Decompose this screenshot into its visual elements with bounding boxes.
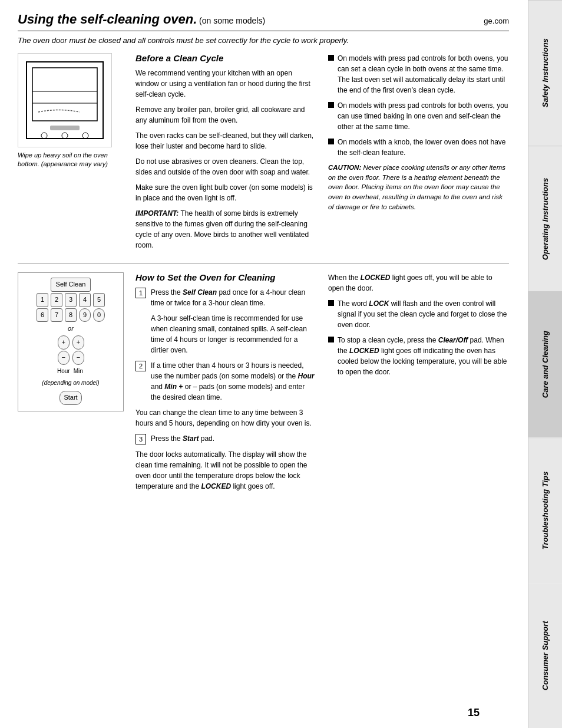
depending-on-model-label: (depending on model) [23, 378, 118, 388]
keypad-plusminus-row: + − Hour + − Min [23, 335, 118, 377]
bullet-item-2: On models with press pad controls for bo… [328, 100, 509, 132]
page-title: Using the self-cleaning oven. (on some m… [18, 12, 265, 27]
step2-pre: If a time other than 4 hours or 3 hours … [151, 361, 304, 380]
how-bullet-1-text: The word LOCK will flash and the oven co… [338, 298, 509, 330]
minus-min-key: − [72, 351, 84, 365]
title-sub: (on some models) [199, 16, 265, 25]
door-locked: LOCKED [201, 482, 231, 490]
step-3-text: Press the Start pad. [151, 433, 214, 444]
how-to-left: How to Set the Oven for Cleaning 1 Press… [135, 272, 316, 496]
oven-image [18, 53, 112, 147]
key-5: 5 [93, 293, 105, 307]
door-locks-para: The door locks automatically. The displa… [135, 449, 316, 492]
hb2-pre: To stop a clean cycle, press the [338, 336, 438, 344]
main-content: Using the self-cleaning oven. (on some m… [0, 0, 527, 728]
caution-block: CAUTION: Never place cooking utensils or… [328, 163, 509, 212]
plus-hour-key: + [58, 335, 70, 350]
step-3: 3 Press the Start pad. [135, 433, 316, 444]
left-col-top: Wipe up heavy soil on the oven bottom. (… [18, 53, 124, 255]
locked-light-para: When the LOCKED light goes off, you will… [328, 272, 509, 294]
image-caption: Wipe up heavy soil on the oven bottom. (… [18, 151, 124, 169]
before-clean-para4: Do not use abrasives or oven cleaners. C… [135, 156, 316, 177]
bullet-square-3 [328, 139, 334, 144]
step3-pre: Press the [151, 434, 183, 443]
locked-pre: When the [328, 274, 361, 282]
how-bullet-square-2 [328, 337, 334, 342]
right-col-bottom: How to Set the Oven for Cleaning 1 Press… [135, 272, 509, 496]
how-bullet-2-text: To stop a clean cycle, press the Clear/O… [338, 335, 509, 377]
how-bullet-square-1 [328, 300, 334, 306]
bottom-section: Self Clean 1 2 3 4 5 6 7 8 9 0 or [18, 272, 509, 496]
keypad-self-clean-row: Self Clean [23, 278, 118, 292]
change-clean-time-para: You can change the clean time to any tim… [135, 407, 316, 429]
step1-pre: Press the [151, 288, 183, 297]
page-url: ge.com [484, 17, 509, 25]
key-0: 0 [93, 308, 105, 322]
oven-diagram-svg [21, 56, 109, 144]
tab-consumer-support[interactable]: Consumer Support [528, 583, 562, 728]
svg-point-7 [82, 133, 88, 139]
how-to-bullet-2: To stop a clean cycle, press the Clear/O… [328, 335, 509, 377]
self-clean-key: Self Clean [51, 278, 91, 292]
bullet-item-3: On models with a knob, the lower oven do… [328, 137, 509, 158]
before-clean-right: On models with press pad controls for bo… [328, 53, 509, 255]
step-1-text: Press the Self Clean pad once for a 4-ho… [151, 287, 316, 308]
locked-bold: LOCKED [361, 274, 391, 282]
bullet-text-1: On models with press pad controls for bo… [338, 53, 509, 95]
before-clean-heading: Before a Clean Cycle [135, 53, 316, 63]
key-6: 6 [37, 308, 48, 322]
key-3: 3 [65, 293, 77, 307]
hb1-pre: The word [338, 299, 369, 308]
how-to-right: When the LOCKED light goes off, you will… [328, 272, 509, 496]
bullet-text-2: On models with press pad controls for bo… [338, 100, 509, 132]
hb2-bold2: LOCKED [349, 347, 379, 355]
step2-mid: and [151, 383, 164, 391]
start-key: Start [59, 391, 81, 405]
plus-min-key: + [72, 335, 84, 350]
minus-hour-key: − [58, 351, 70, 365]
bullet-square-1 [328, 55, 334, 61]
before-clean-important: IMPORTANT: The health of some birds is e… [135, 208, 316, 251]
page-subtitle: The oven door must be closed and all con… [18, 36, 509, 45]
important-label: IMPORTANT: [135, 209, 178, 218]
before-clean-para3: The oven racks can be self-cleaned, but … [135, 130, 316, 151]
bullet-item-1: On models with press pad controls for bo… [328, 53, 509, 95]
svg-point-5 [41, 133, 47, 139]
keypad-row1: 1 2 3 4 5 [23, 293, 118, 307]
key-7: 7 [51, 308, 62, 322]
keypad-row2: 6 7 8 9 0 [23, 308, 118, 322]
step1-sub: A 3-hour self-clean time is recommended … [151, 313, 316, 355]
tab-operating-instructions[interactable]: Operating Instructions [528, 146, 562, 291]
step2-bold1: Hour [297, 372, 314, 380]
step3-bold: Start [183, 434, 199, 443]
start-row: Start [23, 391, 118, 405]
step-num-3: 3 [135, 434, 146, 444]
step2-bold2: Min + [164, 383, 183, 391]
svg-rect-4 [50, 126, 80, 130]
how-to-bullet-1: The word LOCK will flash and the oven co… [328, 298, 509, 330]
step-num-2: 2 [135, 361, 146, 371]
page-header: Using the self-cleaning oven. (on some m… [18, 12, 509, 31]
min-label: Min [74, 366, 83, 377]
before-clean-left: Before a Clean Cycle We recommend ventin… [135, 53, 316, 255]
before-clean-para2: Remove any broiler pan, broiler grid, al… [135, 104, 316, 126]
before-clean-para1: We recommend venting your kitchen with a… [135, 68, 316, 100]
before-clean-para5: Make sure the oven light bulb cover (on … [135, 182, 316, 203]
tab-care-and-cleaning[interactable]: Care and Cleaning [528, 291, 562, 437]
left-col-bottom: Self Clean 1 2 3 4 5 6 7 8 9 0 or [18, 272, 124, 496]
svg-point-6 [62, 133, 68, 139]
caution-label: CAUTION: [328, 164, 361, 171]
key-1: 1 [37, 293, 48, 307]
key-2: 2 [51, 293, 62, 307]
key-9: 9 [79, 308, 91, 322]
how-to-heading: How to Set the Oven for Cleaning [135, 272, 316, 282]
step-2-text: If a time other than 4 hours or 3 hours … [151, 360, 316, 403]
key-4: 4 [79, 293, 91, 307]
hour-label: Hour [57, 366, 70, 377]
top-section: Wipe up heavy soil on the oven bottom. (… [18, 53, 509, 264]
key-8: 8 [65, 308, 77, 322]
tab-troubleshooting-tips[interactable]: Troubleshooting Tips [528, 437, 562, 583]
door-post: light goes off. [231, 482, 275, 490]
svg-rect-1 [32, 68, 97, 121]
tab-safety-instructions[interactable]: Safety Instructions [528, 0, 562, 146]
